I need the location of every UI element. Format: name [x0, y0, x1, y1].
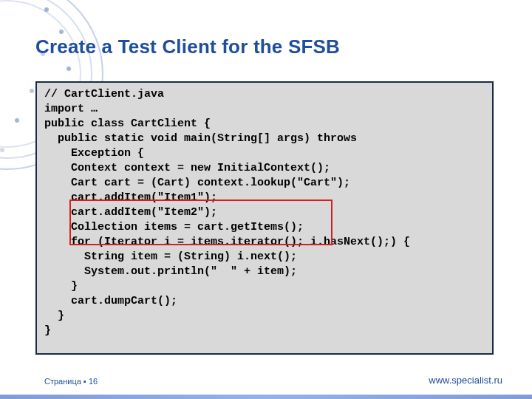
footer-site: www.specialist.ru — [429, 375, 502, 386]
code-line: } — [44, 324, 51, 337]
code-line: // CartClient.java — [44, 88, 164, 100]
code-line: cart.dumpCart(); — [44, 295, 177, 307]
footer-page-label: Страница — [44, 377, 83, 386]
code-block: // CartClient.java import … public class… — [35, 81, 494, 355]
code-line: cart.addItem("Item1"); — [44, 191, 217, 204]
code-line: public static void main(String[] args) t… — [44, 132, 357, 145]
code-line: public class CartClient { — [44, 117, 211, 130]
footer-page: Страница ▪ 16 — [44, 377, 98, 386]
code-line: Exception { — [44, 147, 144, 160]
code-line: Context context = new InitialContext(); — [44, 162, 330, 174]
footer-bullet: ▪ — [83, 377, 86, 386]
code-line: Cart cart = (Cart) context.lookup("Cart"… — [44, 177, 350, 189]
code-line: import … — [44, 103, 98, 115]
code-line: cart.addItem("Item2"); — [44, 206, 217, 219]
code-line: for (Iterator i = items.iterator(); i.ha… — [44, 236, 410, 248]
footer-bar — [0, 395, 532, 399]
slide: Create a Test Client for the SFSB // Car… — [0, 0, 532, 399]
slide-title: Create a Test Client for the SFSB — [35, 35, 340, 58]
code-line: } — [44, 310, 64, 322]
code-line: String item = (String) i.next(); — [44, 250, 297, 263]
code-line: Collection items = cart.getItems(); — [44, 221, 304, 233]
code-line: } — [44, 280, 78, 293]
code-line: System.out.println(" " + item); — [44, 265, 297, 278]
footer-page-number: 16 — [89, 377, 98, 386]
